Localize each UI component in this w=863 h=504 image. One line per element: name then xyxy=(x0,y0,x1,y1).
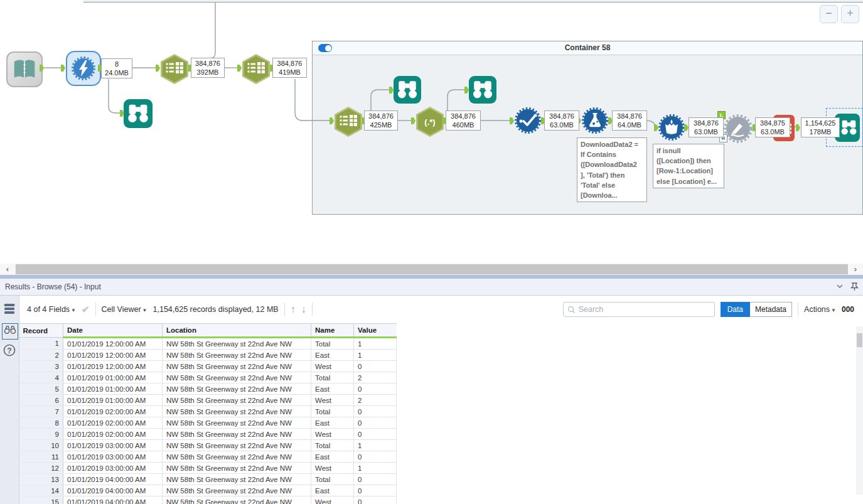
cell-name[interactable]: East xyxy=(311,350,354,361)
conn-label[interactable]: 384,87663.0MB xyxy=(689,117,724,137)
formula-annotation[interactable]: DownloadData2 = If Contains ([DownloadDa… xyxy=(577,137,647,202)
cell-date[interactable]: 01/01/2019 02:00:00 AM xyxy=(63,406,163,417)
canvas-horizontal-scrollbar[interactable]: ‹ › xyxy=(0,264,863,275)
cell-date[interactable]: 01/01/2019 04:00:00 AM xyxy=(63,474,163,485)
conn-label[interactable]: 384,87664.0MB xyxy=(612,110,647,131)
cell-date[interactable]: 01/01/2019 03:00:00 AM xyxy=(63,451,163,463)
horizontal-scroll-thumb[interactable] xyxy=(16,264,848,274)
table-row[interactable]: 801/01/2019 02:00:00 AMNW 58th St Greenw… xyxy=(19,417,397,429)
conn-label[interactable]: 384,876460MB xyxy=(446,110,481,131)
cell-value[interactable]: 2 xyxy=(354,395,397,406)
cell-location[interactable]: NW 58th St Greenway st 22nd Ave NW xyxy=(163,485,311,496)
search-input[interactable]: Search xyxy=(563,302,715,317)
multirow-formula-tool[interactable] xyxy=(658,114,685,144)
cell-date[interactable]: 01/01/2019 01:00:00 AM xyxy=(63,395,163,406)
metadata-tab-button[interactable]: Metadata xyxy=(750,302,792,317)
cell-date[interactable]: 01/01/2019 02:00:00 AM xyxy=(63,417,163,429)
col-header-record[interactable]: Record xyxy=(19,324,63,338)
cell-location[interactable]: NW 58th St Greenway st 22nd Ave NW xyxy=(163,350,311,361)
cell-location[interactable]: NW 58th St Greenway st 22nd Ave NW xyxy=(163,451,311,463)
conn-label[interactable]: 384,87663.0MB xyxy=(544,110,579,131)
browse-view-icon[interactable] xyxy=(2,323,18,340)
cell-viewer-dropdown[interactable]: Cell Viewer▼ xyxy=(102,305,147,314)
scroll-right-button[interactable]: › xyxy=(848,264,863,275)
cell-record[interactable]: 4 xyxy=(19,372,63,383)
cell-location[interactable]: NW 58th St Greenway st 22nd Ave NW xyxy=(163,395,311,406)
crosstab-tool-2[interactable] xyxy=(242,53,271,85)
table-row[interactable]: 1001/01/2019 03:00:00 AMNW 58th St Green… xyxy=(19,440,397,451)
cell-name[interactable]: West xyxy=(311,496,354,504)
conn-label[interactable]: 384,876419MB xyxy=(272,58,307,78)
cell-location[interactable]: NW 58th St Greenway st 22nd Ave NW xyxy=(163,338,311,350)
table-row[interactable]: 201/01/2019 12:00:00 AMNW 58th St Greenw… xyxy=(19,350,397,361)
cell-value[interactable]: 1 xyxy=(354,350,397,361)
conn-label[interactable]: 384,876425MB xyxy=(364,110,398,131)
cell-name[interactable]: West xyxy=(311,361,354,372)
cell-name[interactable]: East xyxy=(311,485,354,496)
cell-location[interactable]: NW 58th St Greenway st 22nd Ave NW xyxy=(163,463,311,474)
cell-date[interactable]: 01/01/2019 01:00:00 AM xyxy=(63,383,163,395)
conn-label[interactable]: 1,154,625178MB xyxy=(801,117,840,137)
cell-location[interactable]: NW 58th St Greenway st 22nd Ave NW xyxy=(163,496,311,504)
browse-tool-3[interactable] xyxy=(469,76,496,104)
table-row[interactable]: 701/01/2019 02:00:00 AMNW 58th St Greenw… xyxy=(19,406,397,417)
conn-label[interactable]: 384,876392MB xyxy=(191,58,225,78)
cell-date[interactable]: 01/01/2019 12:00:00 AM xyxy=(63,350,163,361)
cell-location[interactable]: NW 58th St Greenway st 22nd Ave NW xyxy=(163,474,311,485)
cell-value[interactable]: 0 xyxy=(354,417,397,429)
cell-value[interactable]: 0 xyxy=(354,451,397,463)
apply-checkmark-icon[interactable]: ✔ xyxy=(82,304,90,315)
cell-value[interactable]: 0 xyxy=(354,474,397,485)
col-header-name[interactable]: Name xyxy=(311,324,354,338)
cell-value[interactable]: 0 xyxy=(354,361,397,372)
join-gear-tool[interactable] xyxy=(723,114,753,146)
cell-date[interactable]: 01/01/2019 03:00:00 AM xyxy=(63,440,163,451)
cell-name[interactable]: East xyxy=(311,451,354,463)
cell-location[interactable]: NW 58th St Greenway st 22nd Ave NW xyxy=(163,440,311,451)
cell-value[interactable]: 0 xyxy=(354,496,397,504)
collapse-chevron-icon[interactable] xyxy=(835,282,844,293)
table-row[interactable]: 901/01/2019 02:00:00 AMNW 58th St Greenw… xyxy=(19,429,397,440)
table-row[interactable]: 1301/01/2019 04:00:00 AMNW 58th St Green… xyxy=(19,474,397,485)
pin-icon[interactable] xyxy=(850,282,859,294)
cell-date[interactable]: 01/01/2019 04:00:00 AM xyxy=(63,485,163,496)
crosstab-tool-1[interactable] xyxy=(160,53,189,85)
cell-date[interactable]: 01/01/2019 04:00:00 AM xyxy=(63,496,163,504)
table-row[interactable]: 1101/01/2019 03:00:00 AMNW 58th St Green… xyxy=(19,451,397,463)
vertical-scroll-thumb[interactable] xyxy=(857,333,862,347)
cell-location[interactable]: NW 58th St Greenway st 22nd Ave NW xyxy=(163,406,311,417)
cell-location[interactable]: NW 58th St Greenway st 22nd Ave NW xyxy=(163,372,311,383)
table-row[interactable]: 101/01/2019 12:00:00 AMNW 58th St Greenw… xyxy=(19,338,397,350)
cell-record[interactable]: 8 xyxy=(19,417,63,429)
table-row[interactable]: 301/01/2019 12:00:00 AMNW 58th St Greenw… xyxy=(19,361,397,372)
cell-location[interactable]: NW 58th St Greenway st 22nd Ave NW xyxy=(163,429,311,440)
cell-date[interactable]: 01/01/2019 03:00:00 AM xyxy=(63,463,163,474)
cell-name[interactable]: West xyxy=(311,463,354,474)
cell-record[interactable]: 3 xyxy=(19,361,63,372)
cell-value[interactable]: 1 xyxy=(354,338,397,350)
cell-record[interactable]: 10 xyxy=(19,440,63,451)
input-data-tool[interactable] xyxy=(6,51,43,87)
zoom-in-button[interactable]: + xyxy=(841,5,859,23)
table-row[interactable]: 1201/01/2019 03:00:00 AMNW 58th St Green… xyxy=(19,463,397,474)
cell-value[interactable]: 0 xyxy=(354,406,397,417)
cell-name[interactable]: East xyxy=(311,417,354,429)
col-header-date[interactable]: Date xyxy=(63,324,163,338)
regex-tool[interactable]: (.*) xyxy=(415,106,444,137)
table-row[interactable]: 501/01/2019 01:00:00 AMNW 58th St Greenw… xyxy=(19,383,397,395)
cell-value[interactable]: 2 xyxy=(354,372,397,383)
results-panel-header[interactable]: Results - Browse (54) - Input xyxy=(0,279,863,296)
cell-record[interactable]: 1 xyxy=(19,338,63,350)
cell-name[interactable]: Total xyxy=(311,406,354,417)
col-header-value[interactable]: Value xyxy=(354,324,397,338)
cell-name[interactable]: West xyxy=(311,395,354,406)
help-question-icon[interactable]: ? xyxy=(2,343,17,360)
browse-tool-2[interactable] xyxy=(394,76,421,104)
cell-name[interactable]: Total xyxy=(311,338,354,350)
cell-date[interactable]: 01/01/2019 02:00:00 AM xyxy=(63,429,163,440)
conn-label[interactable]: 824.0MB xyxy=(101,58,132,78)
cell-name[interactable]: West xyxy=(311,429,354,440)
cell-name[interactable]: East xyxy=(311,383,354,395)
col-header-location[interactable]: Location xyxy=(163,324,311,338)
cell-location[interactable]: NW 58th St Greenway st 22nd Ave NW xyxy=(163,361,311,372)
